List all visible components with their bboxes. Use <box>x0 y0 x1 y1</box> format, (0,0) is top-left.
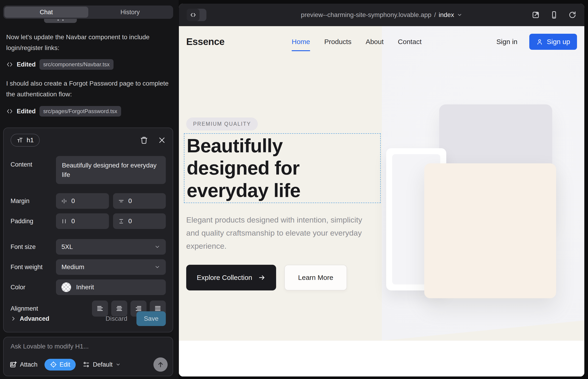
element-editor-panel: h1 Content Beautifully designed for ever… <box>3 127 173 332</box>
nav-link-contact[interactable]: Contact <box>398 38 421 46</box>
nav-link-products[interactable]: Products <box>324 38 351 46</box>
arrow-up-icon <box>157 361 164 368</box>
hero-heading[interactable]: Beautifully designed for everyday life <box>184 134 333 202</box>
explore-collection-button[interactable]: Explore Collection <box>186 265 276 290</box>
close-editor-button[interactable] <box>158 136 166 144</box>
padding-horizontal-icon <box>61 218 67 224</box>
alignment-label: Alignment <box>11 305 56 312</box>
font-weight-value: Medium <box>62 263 84 271</box>
next-section-strip <box>179 341 584 377</box>
padding-x-value: 0 <box>71 218 75 225</box>
font-size-label: Font size <box>11 243 56 251</box>
color-select[interactable]: Inherit <box>56 279 166 295</box>
delete-element-button[interactable] <box>140 136 148 144</box>
margin-x-value: 0 <box>71 197 75 205</box>
padding-vertical-icon <box>118 218 124 224</box>
arrow-right-icon <box>258 274 265 281</box>
device-preview-button[interactable] <box>550 11 558 19</box>
chevron-down-icon <box>116 362 121 367</box>
padding-y-input[interactable]: 0 <box>113 213 166 229</box>
edited-label: Edited <box>17 108 36 115</box>
margin-x-input[interactable]: 0 <box>56 193 109 209</box>
font-weight-select[interactable]: Medium <box>56 259 166 275</box>
url-separator: / <box>434 11 436 19</box>
mode-dropdown[interactable]: Default <box>83 361 121 368</box>
font-size-select[interactable]: 5XL <box>56 239 166 255</box>
open-external-button[interactable] <box>532 11 540 19</box>
diagonal-wedge <box>382 319 584 341</box>
edited-label: Edited <box>17 61 36 68</box>
site-navbar: Essence Home Products About Contact Sign… <box>179 26 584 57</box>
file-badge[interactable]: src/pages/ForgotPassword.tsx <box>39 106 121 117</box>
code-icon <box>6 61 13 68</box>
code-icon[interactable] <box>187 9 200 21</box>
chat-message: I should also create a Forgot Password p… <box>6 78 169 100</box>
tab-history[interactable]: History <box>88 7 172 18</box>
site-canvas: Essence Home Products About Contact Sign… <box>179 26 584 377</box>
lovable-sidebar: Chat History Now let's update the Navbar… <box>0 0 179 379</box>
edit-label: Edit <box>60 361 70 368</box>
refresh-button[interactable] <box>568 11 576 19</box>
hero-badge: PREMIUM QUALITY <box>186 117 258 130</box>
padding-y-value: 0 <box>128 218 132 225</box>
font-size-value: 5XL <box>62 243 73 251</box>
padding-label: Padding <box>11 218 56 225</box>
padding-x-input[interactable]: 0 <box>56 213 109 229</box>
nav-link-home[interactable]: Home <box>292 38 310 46</box>
chat-composer: Attach Edit Default <box>3 337 173 376</box>
chevron-right-icon <box>11 316 16 321</box>
discard-button[interactable]: Discard <box>106 315 127 322</box>
composer-input[interactable] <box>11 343 166 350</box>
margin-y-input[interactable]: 0 <box>113 193 166 209</box>
user-icon <box>536 38 543 45</box>
transparent-swatch-icon <box>62 283 71 292</box>
nav-link-about[interactable]: About <box>366 38 384 46</box>
type-icon <box>16 137 23 144</box>
learn-more-button[interactable]: Learn More <box>284 265 347 290</box>
chat-message: Now let's update the Navbar component to… <box>6 32 169 53</box>
url-page: index <box>439 11 454 19</box>
font-weight-label: Font weight <box>11 264 56 271</box>
content-label: Content <box>11 156 56 168</box>
mode-label: Default <box>93 361 113 368</box>
code-view-toggle[interactable] <box>187 9 206 21</box>
app-window: { "colors": { "accent_blue": "#2563eb", … <box>0 0 588 379</box>
close-icon <box>158 136 166 144</box>
file-badge[interactable]: src/components/Navbar.tsx <box>39 59 113 70</box>
tag-label: h1 <box>27 137 34 144</box>
site-logo[interactable]: Essence <box>186 36 225 47</box>
save-button[interactable]: Save <box>137 311 166 326</box>
crosshair-icon <box>50 361 57 368</box>
hero-image-panel <box>382 26 584 341</box>
color-value: Inherit <box>76 284 94 291</box>
sign-in-link[interactable]: Sign in <box>496 38 518 46</box>
preview-frame: preview--charming-site-symphony.lovable.… <box>179 4 584 377</box>
hero-paragraph: Elegant products designed with intention… <box>186 213 370 253</box>
advanced-label: Advanced <box>20 315 49 322</box>
url-breadcrumb[interactable]: preview--charming-site-symphony.lovable.… <box>301 11 462 19</box>
sign-up-label: Sign up <box>547 38 570 46</box>
url-domain: preview--charming-site-symphony.lovable.… <box>301 11 431 19</box>
content-input[interactable]: Beautifully designed for everyday life <box>56 156 166 184</box>
tab-chat[interactable]: Chat <box>4 7 88 18</box>
chevron-down-icon <box>154 264 160 270</box>
margin-y-value: 0 <box>128 197 132 205</box>
edited-file-row: Edited src/pages/ForgotPassword.tsx <box>6 106 121 117</box>
advanced-toggle[interactable]: Advanced <box>11 315 49 322</box>
attach-label: Attach <box>20 361 38 368</box>
sliders-icon <box>83 361 90 368</box>
attach-button[interactable]: Attach <box>10 361 38 368</box>
image-plus-icon <box>10 361 17 368</box>
margin-vertical-icon <box>118 198 124 204</box>
chevron-down-icon <box>154 244 160 250</box>
send-button[interactable] <box>154 357 168 372</box>
selected-element-outline[interactable]: Beautifully designed for everyday life <box>184 133 381 203</box>
preview-toolbar: preview--charming-site-symphony.lovable.… <box>179 4 584 26</box>
explore-collection-label: Explore Collection <box>197 274 252 282</box>
selected-element-tag[interactable]: h1 <box>11 134 40 147</box>
code-icon <box>6 108 13 115</box>
edited-file-row: Edited src/components/Navbar.tsx <box>6 59 113 70</box>
edit-mode-button[interactable]: Edit <box>45 359 76 371</box>
trash-icon <box>140 136 148 144</box>
sign-up-button[interactable]: Sign up <box>529 34 577 50</box>
